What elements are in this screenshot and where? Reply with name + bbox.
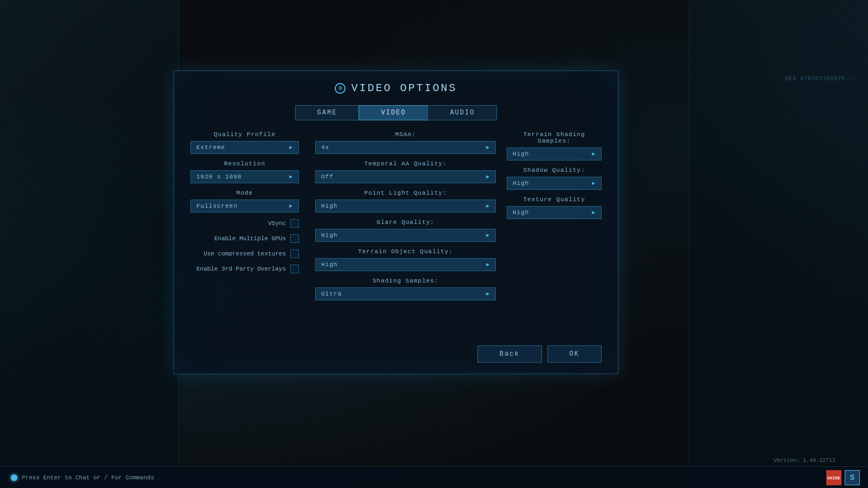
texture-quality-dropdown[interactable]: High ► xyxy=(507,206,602,219)
video-options-dialog: Video Options GAME VIDEO AUDIO Quality P… xyxy=(174,70,618,374)
tab-audio[interactable]: AUDIO xyxy=(427,105,497,120)
resolution-arrow: ► xyxy=(289,174,293,180)
chat-indicator: Press Enter to Chat or / For Commands xyxy=(11,474,154,481)
msaa-value: 4x xyxy=(321,144,329,151)
logo-area: OXIDE S xyxy=(826,470,860,485)
side-texture-right xyxy=(690,0,868,488)
shadow-quality-arrow: ► xyxy=(592,181,596,187)
terrain-object-quality-arrow: ► xyxy=(486,262,490,268)
terrain-shading-arrow: ► xyxy=(592,151,596,157)
shading-samples-value: Ultra xyxy=(321,291,342,297)
mode-arrow: ► xyxy=(289,203,293,209)
shadow-quality-label: Shadow Quality: xyxy=(507,167,602,174)
vsync-label: VSync xyxy=(268,220,286,227)
center-column: MSAA: 4x ► Temporal AA Quality: Off ► Po… xyxy=(315,131,496,307)
temporal-aa-arrow: ► xyxy=(486,174,490,180)
tab-video[interactable]: VIDEO xyxy=(359,105,427,120)
use-compressed-textures-checkbox[interactable] xyxy=(290,249,299,258)
point-light-quality-value: High xyxy=(321,203,337,209)
chat-dot xyxy=(11,474,17,481)
gear-icon xyxy=(335,83,346,94)
terrain-shading-samples-value: High xyxy=(513,151,529,157)
tab-game[interactable]: GAME xyxy=(295,105,359,120)
terrain-shading-samples-label: Terrain Shading Samples: xyxy=(507,131,602,144)
side-texture-left xyxy=(0,0,178,488)
version-info: Version: 1.40.22711 xyxy=(774,458,835,464)
enable-3rd-party-overlays-row: Enable 3rd Party Overlays xyxy=(190,265,299,273)
terrain-object-quality-dropdown[interactable]: High ► xyxy=(315,258,496,271)
glare-quality-arrow: ► xyxy=(486,233,490,239)
stardock-logo: S xyxy=(845,470,860,485)
enable-multiple-gpus-checkbox[interactable] xyxy=(290,234,299,243)
use-compressed-textures-label: Use compressed textures xyxy=(190,251,286,257)
point-light-quality-dropdown[interactable]: High ► xyxy=(315,200,496,213)
point-light-arrow: ► xyxy=(486,203,490,209)
shading-samples-dropdown[interactable]: Ultra ► xyxy=(315,287,496,300)
temporal-aa-quality-label: Temporal AA Quality: xyxy=(315,160,496,167)
shadow-quality-value: High xyxy=(513,180,529,187)
vsync-checkbox[interactable] xyxy=(290,219,299,228)
mode-dropdown[interactable]: Fullscreen ► xyxy=(190,200,299,213)
msaa-arrow: ► xyxy=(486,145,490,151)
back-button[interactable]: Back xyxy=(477,345,542,363)
ok-button[interactable]: OK xyxy=(547,345,602,363)
tabs-bar: GAME VIDEO AUDIO xyxy=(190,105,602,120)
texture-quality-label: Texture Quality xyxy=(507,196,602,203)
quality-profile-dropdown[interactable]: Extreme ► xyxy=(190,141,299,154)
use-compressed-textures-row: Use compressed textures xyxy=(190,249,299,258)
chat-hint-text: Press Enter to Chat or / For Commands xyxy=(22,474,154,481)
dialog-footer: Back OK xyxy=(477,345,602,363)
far-right-column: Terrain Shading Samples: High ► Shadow Q… xyxy=(507,131,602,307)
side-panel-right: 0E9 A7B7D5J05EFF... xyxy=(689,0,868,488)
resolution-dropdown[interactable]: 1920 x 1080 ► xyxy=(190,170,299,183)
quality-profile-value: Extreme xyxy=(196,144,225,151)
dialog-title: Video Options xyxy=(190,82,602,94)
terrain-object-quality-value: High xyxy=(321,261,337,268)
enable-3rd-party-overlays-label: Enable 3rd Party Overlays xyxy=(190,266,286,272)
oxide-logo: OXIDE xyxy=(826,470,841,485)
enable-3rd-party-overlays-checkbox[interactable] xyxy=(290,265,299,273)
shadow-quality-dropdown[interactable]: High ► xyxy=(507,177,602,190)
temporal-aa-quality-value: Off xyxy=(321,174,334,180)
glare-quality-dropdown[interactable]: High ► xyxy=(315,229,496,242)
shading-samples-label: Shading Samples: xyxy=(315,278,496,284)
dialog-title-text: Video Options xyxy=(351,82,457,94)
corner-deco: 0E9 A7B7D5J05EFF... xyxy=(785,76,857,82)
enable-multiple-gpus-label: Enable Multiple GPUs xyxy=(190,235,286,242)
point-light-quality-label: Point Light Quality: xyxy=(315,190,496,196)
resolution-value: 1920 x 1080 xyxy=(196,174,242,180)
temporal-aa-quality-dropdown[interactable]: Off ► xyxy=(315,170,496,183)
right-panel: MSAA: 4x ► Temporal AA Quality: Off ► Po… xyxy=(315,131,602,307)
texture-quality-arrow: ► xyxy=(592,210,596,216)
resolution-label: Resolution xyxy=(190,160,299,167)
vsync-row: VSync xyxy=(190,219,299,228)
msaa-label: MSAA: xyxy=(315,131,496,138)
glare-quality-value: High xyxy=(321,232,337,239)
shading-samples-arrow: ► xyxy=(486,291,490,297)
terrain-shading-samples-dropdown[interactable]: High ► xyxy=(507,147,602,160)
quality-profile-arrow: ► xyxy=(289,145,293,151)
content-area: Quality Profile Extreme ► Resolution 192… xyxy=(190,131,602,307)
left-panel: Quality Profile Extreme ► Resolution 192… xyxy=(190,131,299,307)
quality-profile-label: Quality Profile xyxy=(190,131,299,138)
bottom-bar: Press Enter to Chat or / For Commands xyxy=(0,466,868,488)
mode-value: Fullscreen xyxy=(196,203,238,209)
glare-quality-label: Glare Quality: xyxy=(315,219,496,226)
mode-label: Mode xyxy=(190,190,299,196)
texture-quality-value: High xyxy=(513,209,529,216)
enable-multiple-gpus-row: Enable Multiple GPUs xyxy=(190,234,299,243)
msaa-dropdown[interactable]: 4x ► xyxy=(315,141,496,154)
terrain-object-quality-label: Terrain Object Quality: xyxy=(315,248,496,255)
side-panel-left xyxy=(0,0,179,488)
